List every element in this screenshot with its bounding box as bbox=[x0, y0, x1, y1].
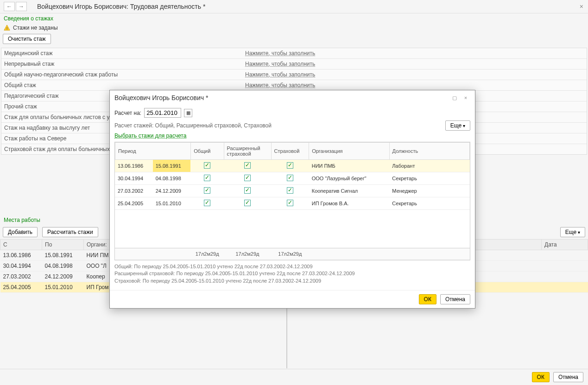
select-staj-link[interactable]: Выбрать стажи для расчета bbox=[114, 133, 186, 139]
modal-title-text: Войцехович Игорь Борисович * bbox=[114, 94, 208, 101]
calc-staj-button[interactable]: Рассчитать стажи bbox=[42, 227, 98, 237]
col-org[interactable]: Организация bbox=[309, 143, 389, 160]
section-staj-header: Сведения о стажах bbox=[0, 13, 588, 24]
warning-text: Стажи не заданы bbox=[13, 25, 58, 31]
fill-link[interactable]: Нажмите, чтобы заполнить bbox=[245, 50, 315, 57]
calc-table: Период Общий Расширенный страховой Страх… bbox=[114, 142, 470, 260]
calendar-icon[interactable]: ▦ bbox=[184, 109, 192, 117]
col-pos[interactable]: Должность bbox=[389, 143, 469, 160]
fill-link[interactable]: Нажмите, чтобы заполнить bbox=[245, 82, 315, 88]
more-button[interactable]: Еще bbox=[445, 120, 470, 131]
close-icon[interactable]: × bbox=[461, 94, 470, 101]
checkbox[interactable] bbox=[287, 175, 293, 181]
modal-titlebar: Войцехович Игорь Борисович * ▢ × bbox=[110, 90, 475, 105]
table-row[interactable]: 25.04.200515.01.2010 ИП Громов В.А.Секре… bbox=[115, 197, 470, 210]
checkbox[interactable] bbox=[287, 187, 293, 194]
calc-on-label: Расчет на: bbox=[114, 110, 141, 116]
col-from[interactable]: С bbox=[0, 240, 42, 250]
checkbox[interactable] bbox=[244, 175, 251, 181]
calc-modal: Войцехович Игорь Борисович * ▢ × Расчет … bbox=[109, 90, 475, 309]
checkbox[interactable] bbox=[204, 200, 210, 206]
staj-row[interactable]: Медицинский стажНажмите, чтобы заполнить bbox=[1, 48, 587, 58]
staj-row[interactable]: Общий научно-педагогический стаж работыН… bbox=[1, 69, 587, 80]
top-nav: ← → Войцехович Игорь Борисович: Трудовая… bbox=[0, 0, 588, 13]
table-row[interactable]: 13.06.198615.08.1991 НИИ ПМБЛаборант bbox=[115, 160, 470, 172]
checkbox[interactable] bbox=[244, 200, 251, 206]
notes-block: Общий: По периоду 25.04.2005-15.01.2010 … bbox=[114, 260, 470, 287]
col-ins[interactable]: Страховой bbox=[271, 143, 309, 160]
staj-row[interactable]: Непрерывный стажНажмите, чтобы заполнить bbox=[1, 58, 587, 69]
ok-button[interactable]: ОК bbox=[419, 294, 436, 304]
checkbox[interactable] bbox=[244, 187, 251, 194]
cancel-button[interactable]: Отмена bbox=[553, 372, 583, 382]
checkbox[interactable] bbox=[204, 187, 210, 194]
page-title: Войцехович Игорь Борисович: Трудовая дея… bbox=[37, 3, 205, 10]
add-button[interactable]: Добавить bbox=[3, 227, 38, 237]
checkbox[interactable] bbox=[204, 162, 210, 169]
col-to[interactable]: По bbox=[42, 240, 84, 250]
fill-link[interactable]: Нажмите, чтобы заполнить bbox=[245, 71, 315, 78]
col-general[interactable]: Общий bbox=[191, 143, 224, 160]
nav-back-button[interactable]: ← bbox=[4, 2, 15, 11]
more-button[interactable]: Еще bbox=[560, 227, 585, 237]
col-date[interactable]: Дата bbox=[542, 240, 588, 250]
close-icon[interactable]: × bbox=[580, 3, 583, 10]
calc-date-row: Расчет на: ▦ bbox=[114, 108, 470, 118]
fill-link[interactable]: Нажмите, чтобы заполнить bbox=[245, 61, 315, 67]
nav-forward-button[interactable]: → bbox=[16, 2, 27, 11]
checkbox[interactable] bbox=[287, 200, 293, 206]
calc-info-text: Расчет стажей: Общий, Расширенный страхо… bbox=[114, 122, 272, 129]
cancel-button[interactable]: Отмена bbox=[440, 294, 470, 304]
col-org[interactable]: Органи: bbox=[84, 240, 112, 250]
table-row[interactable]: 30.04.199404.08.1998 ООО "Лазурный берег… bbox=[115, 172, 470, 185]
checkbox[interactable] bbox=[244, 162, 251, 169]
page-footer: ОК Отмена bbox=[0, 369, 588, 385]
warning-row: ! Стажи не заданы bbox=[0, 24, 588, 32]
checkbox[interactable] bbox=[287, 162, 293, 169]
staj-row[interactable]: Общий стажНажмите, чтобы заполнить bbox=[1, 80, 587, 90]
checkbox[interactable] bbox=[204, 175, 210, 181]
col-ext-ins[interactable]: Расширенный страховой bbox=[224, 143, 271, 160]
svg-text:!: ! bbox=[6, 26, 7, 31]
calc-date-input[interactable] bbox=[144, 108, 181, 118]
ok-button[interactable]: ОК bbox=[532, 372, 550, 382]
window-restore-icon[interactable]: ▢ bbox=[450, 94, 459, 101]
warning-icon: ! bbox=[4, 25, 10, 31]
totals-row: 17л2м29д 17л2м29д 17л2м29д bbox=[115, 248, 470, 260]
modal-footer: ОК Отмена bbox=[110, 290, 475, 308]
table-row[interactable]: 27.03.200224.12.2009 Кооператив СигналМе… bbox=[115, 185, 470, 197]
col-period[interactable]: Период bbox=[115, 143, 191, 160]
clear-staj-button[interactable]: Очистить стаж bbox=[3, 34, 51, 44]
